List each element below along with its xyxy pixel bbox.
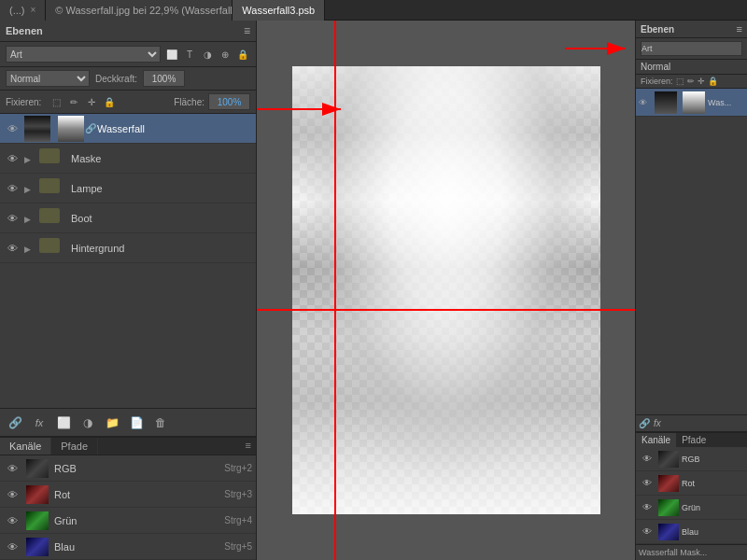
left-blend-row: Normal Deckkraft: (0, 67, 256, 91)
layer-eye-hintergrund[interactable]: 👁 (4, 240, 21, 257)
blend-mode-select[interactable]: Normal (6, 70, 90, 87)
fill-input[interactable] (208, 93, 250, 110)
layer-expand-hintergrund[interactable]: ▶ (24, 243, 39, 254)
right-ch-row-gruen[interactable]: 👁 Grün (636, 496, 747, 520)
right-ch-tab-pfade[interactable]: Pfade (676, 433, 712, 447)
layer-name-lampe: Lampe (71, 183, 252, 194)
ch-row-gruen[interactable]: 👁 Grün Strg+4 (0, 508, 256, 534)
new-adjustment-btn[interactable]: ◑ (78, 413, 97, 432)
left-search-bar: Art ⬜ T ◑ ⊕ 🔒 (0, 42, 256, 67)
right-ch-row-blau[interactable]: 👁 Blau (636, 520, 747, 544)
layer-expand-maske[interactable]: ▶ (24, 153, 39, 164)
tab-3[interactable]: Wasserfall3.psb (233, 0, 325, 21)
fix-label: Fixieren: (6, 97, 41, 107)
ch-thumb-gruen (26, 511, 49, 530)
fill-label: Fläche: (174, 97, 204, 107)
tab-3-label: Wasserfall3.psb (242, 5, 315, 16)
tab-1-label: (...) (9, 5, 25, 16)
right-layer-item-wasserfall[interactable]: 👁 Was... (636, 89, 747, 117)
right-panel-menu-icon[interactable]: ≡ (737, 23, 742, 35)
right-ch-tab-kanaele[interactable]: Kanäle (636, 433, 676, 447)
lock-icons: ⬚ ✏ ✛ 🔒 (49, 94, 117, 109)
right-ch-row-rgb[interactable]: 👁 RGB (636, 447, 747, 471)
layer-eye-maske[interactable]: 👁 (4, 150, 21, 167)
layer-thumb-boot (39, 205, 65, 231)
right-ch-name-rgb: RGB (682, 455, 700, 464)
ch-thumb-rgb (26, 459, 49, 478)
layer-thumb-wasserfall (24, 116, 50, 142)
canvas-area (257, 21, 635, 560)
filter-icon-1[interactable]: ⬜ (164, 47, 179, 62)
right-lock-icon-1[interactable]: ⬚ (676, 77, 684, 86)
lock-all-icon[interactable]: 🔒 (102, 94, 117, 109)
right-ch-thumb-rot (658, 475, 679, 492)
layer-eye-lampe[interactable]: 👁 (4, 180, 21, 197)
lock-position-icon[interactable]: ✛ (84, 94, 99, 109)
right-layer-name: Was... (708, 98, 731, 107)
left-ch-tab-pfade[interactable]: Pfade (51, 438, 98, 455)
ch-panel-menu[interactable]: ≡ (241, 438, 256, 455)
tab-1[interactable]: (...) × (0, 0, 46, 21)
layer-eye-boot[interactable]: 👁 (4, 210, 21, 227)
filter-icon-2[interactable]: T (182, 47, 197, 62)
ch-eye-gruen[interactable]: 👁 (4, 515, 21, 526)
right-ch-row-rot[interactable]: 👁 Rot (636, 471, 747, 496)
left-panel-menu-icon[interactable]: ≡ (244, 24, 250, 37)
ch-row-rgb[interactable]: 👁 RGB Strg+2 (0, 455, 256, 482)
ch-row-blau[interactable]: 👁 Blau Strg+5 (0, 534, 256, 560)
layer-item-hintergrund[interactable]: 👁 ▶ Hintergrund (0, 233, 256, 263)
right-lock-icon-2[interactable]: ✏ (687, 77, 695, 86)
filter-icon-5[interactable]: 🔒 (235, 47, 250, 62)
lock-transparent-icon[interactable]: ⬚ (49, 94, 63, 109)
opacity-label: Deckkraft: (95, 74, 137, 84)
right-ch-eye-gruen[interactable]: 👁 (639, 502, 655, 512)
right-lock-icon-3[interactable]: ✛ (698, 77, 705, 86)
left-search-select[interactable]: Art (6, 46, 161, 63)
layer-expand-boot[interactable]: ▶ (24, 213, 39, 224)
right-ch-eye-rgb[interactable]: 👁 (639, 454, 655, 464)
layer-item-wasserfall[interactable]: 👁 🔗 Wasserfall (0, 114, 256, 144)
layer-name-maske: Maske (71, 153, 252, 164)
add-mask-btn[interactable]: ⬜ (54, 413, 73, 432)
ch-eye-rgb[interactable]: 👁 (4, 463, 21, 474)
new-layer-btn[interactable]: 📄 (127, 413, 146, 432)
layer-eye-wasserfall[interactable]: 👁 (4, 120, 21, 137)
right-channels-panel: Kanäle Pfade 👁 RGB 👁 Rot 👁 Grün 👁 (636, 431, 747, 560)
ch-row-rot[interactable]: 👁 Rot Strg+3 (0, 482, 256, 508)
tab-2[interactable]: © Wasserfall.jpg bei 22,9% (Wasserfall,.… (46, 0, 233, 21)
layer-item-boot[interactable]: 👁 ▶ Boot (0, 203, 256, 233)
filter-icon-3[interactable]: ◑ (200, 47, 215, 62)
ch-eye-blau[interactable]: 👁 (4, 541, 21, 553)
right-search-input[interactable] (641, 41, 742, 56)
right-ch-name-blau: Blau (682, 527, 698, 537)
left-panel-title: Ebenen (6, 25, 43, 36)
left-layers-toolbar: 🔗 fx ⬜ ◑ 📁 📄 🗑 (0, 408, 256, 436)
new-group-btn[interactable]: 📁 (103, 413, 121, 432)
ch-eye-rot[interactable]: 👁 (4, 489, 21, 500)
layer-item-maske[interactable]: 👁 ▶ Maske (0, 144, 256, 174)
left-lock-row: Fixieren: ⬚ ✏ ✛ 🔒 Fläche: (0, 91, 256, 114)
left-ch-tab-kanaele[interactable]: Kanäle (0, 438, 51, 455)
right-fx-btn[interactable]: fx (654, 418, 661, 428)
right-ch-eye-blau[interactable]: 👁 (639, 526, 655, 537)
lock-pixels-icon[interactable]: ✏ (66, 94, 81, 109)
layer-item-lampe[interactable]: 👁 ▶ Lampe (0, 174, 256, 203)
filter-icon-4[interactable]: ⊕ (218, 47, 233, 62)
link-layers-btn[interactable]: 🔗 (6, 413, 24, 432)
delete-layer-btn[interactable]: 🗑 (151, 413, 170, 432)
right-link-btn[interactable]: 🔗 (639, 418, 650, 428)
fx-btn[interactable]: fx (30, 413, 49, 432)
layer-link-wasserfall[interactable]: 🔗 (84, 123, 97, 133)
left-layers-list: 👁 🔗 Wasserfall 👁 ▶ Maske (0, 114, 256, 408)
canvas-container (292, 66, 600, 514)
right-layer-eye[interactable]: 👁 (639, 98, 652, 107)
tab-1-close[interactable]: × (31, 5, 36, 15)
right-lock-icon-4[interactable]: 🔒 (708, 77, 718, 86)
layer-name-wasserfall: Wasserfall (97, 123, 252, 134)
ch-shortcut-rgb: Strg+2 (224, 463, 252, 473)
layer-expand-lampe[interactable]: ▶ (24, 183, 39, 194)
ch-shortcut-gruen: Strg+4 (224, 515, 252, 525)
layer-thumb-maske (39, 146, 65, 172)
opacity-input[interactable] (143, 70, 185, 87)
right-ch-eye-rot[interactable]: 👁 (639, 478, 655, 488)
